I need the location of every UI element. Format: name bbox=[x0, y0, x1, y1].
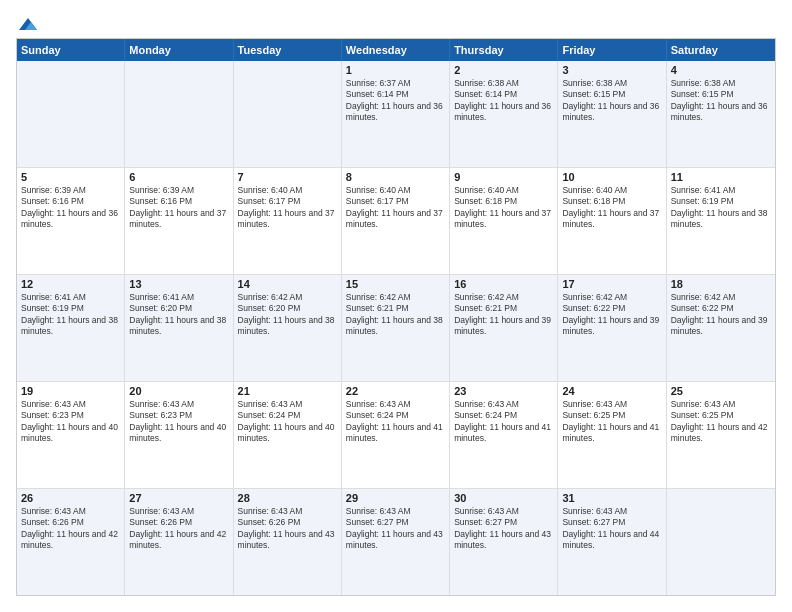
calendar-row-3: 19Sunrise: 6:43 AMSunset: 6:23 PMDayligh… bbox=[17, 382, 775, 489]
day-info: Sunrise: 6:43 AMSunset: 6:23 PMDaylight:… bbox=[21, 399, 120, 445]
cal-cell-4-6 bbox=[667, 489, 775, 595]
cal-cell-2-4: 16Sunrise: 6:42 AMSunset: 6:21 PMDayligh… bbox=[450, 275, 558, 381]
day-info: Sunrise: 6:42 AMSunset: 6:20 PMDaylight:… bbox=[238, 292, 337, 338]
day-info: Sunrise: 6:42 AMSunset: 6:21 PMDaylight:… bbox=[346, 292, 445, 338]
cal-cell-3-4: 23Sunrise: 6:43 AMSunset: 6:24 PMDayligh… bbox=[450, 382, 558, 488]
cal-cell-3-3: 22Sunrise: 6:43 AMSunset: 6:24 PMDayligh… bbox=[342, 382, 450, 488]
cal-cell-4-1: 27Sunrise: 6:43 AMSunset: 6:26 PMDayligh… bbox=[125, 489, 233, 595]
calendar-row-0: 1Sunrise: 6:37 AMSunset: 6:14 PMDaylight… bbox=[17, 61, 775, 168]
day-number: 25 bbox=[671, 385, 771, 397]
day-number: 1 bbox=[346, 64, 445, 76]
cal-cell-3-0: 19Sunrise: 6:43 AMSunset: 6:23 PMDayligh… bbox=[17, 382, 125, 488]
day-info: Sunrise: 6:42 AMSunset: 6:22 PMDaylight:… bbox=[562, 292, 661, 338]
cal-cell-2-5: 17Sunrise: 6:42 AMSunset: 6:22 PMDayligh… bbox=[558, 275, 666, 381]
day-info: Sunrise: 6:43 AMSunset: 6:25 PMDaylight:… bbox=[562, 399, 661, 445]
day-number: 4 bbox=[671, 64, 771, 76]
cal-cell-3-2: 21Sunrise: 6:43 AMSunset: 6:24 PMDayligh… bbox=[234, 382, 342, 488]
day-info: Sunrise: 6:41 AMSunset: 6:20 PMDaylight:… bbox=[129, 292, 228, 338]
day-number: 21 bbox=[238, 385, 337, 397]
cal-cell-0-6: 4Sunrise: 6:38 AMSunset: 6:15 PMDaylight… bbox=[667, 61, 775, 167]
day-info: Sunrise: 6:43 AMSunset: 6:23 PMDaylight:… bbox=[129, 399, 228, 445]
day-number: 7 bbox=[238, 171, 337, 183]
day-info: Sunrise: 6:39 AMSunset: 6:16 PMDaylight:… bbox=[129, 185, 228, 231]
cal-cell-2-6: 18Sunrise: 6:42 AMSunset: 6:22 PMDayligh… bbox=[667, 275, 775, 381]
weekday-header-wednesday: Wednesday bbox=[342, 39, 450, 61]
day-number: 6 bbox=[129, 171, 228, 183]
calendar-row-2: 12Sunrise: 6:41 AMSunset: 6:19 PMDayligh… bbox=[17, 275, 775, 382]
day-info: Sunrise: 6:43 AMSunset: 6:26 PMDaylight:… bbox=[238, 506, 337, 552]
day-number: 29 bbox=[346, 492, 445, 504]
day-info: Sunrise: 6:43 AMSunset: 6:25 PMDaylight:… bbox=[671, 399, 771, 445]
calendar-header: SundayMondayTuesdayWednesdayThursdayFrid… bbox=[17, 39, 775, 61]
cal-cell-4-5: 31Sunrise: 6:43 AMSunset: 6:27 PMDayligh… bbox=[558, 489, 666, 595]
cal-cell-1-6: 11Sunrise: 6:41 AMSunset: 6:19 PMDayligh… bbox=[667, 168, 775, 274]
day-number: 3 bbox=[562, 64, 661, 76]
day-number: 2 bbox=[454, 64, 553, 76]
day-number: 14 bbox=[238, 278, 337, 290]
header bbox=[16, 16, 776, 28]
day-info: Sunrise: 6:40 AMSunset: 6:17 PMDaylight:… bbox=[238, 185, 337, 231]
day-info: Sunrise: 6:43 AMSunset: 6:24 PMDaylight:… bbox=[238, 399, 337, 445]
day-info: Sunrise: 6:43 AMSunset: 6:26 PMDaylight:… bbox=[21, 506, 120, 552]
calendar-row-1: 5Sunrise: 6:39 AMSunset: 6:16 PMDaylight… bbox=[17, 168, 775, 275]
cal-cell-2-2: 14Sunrise: 6:42 AMSunset: 6:20 PMDayligh… bbox=[234, 275, 342, 381]
calendar-row-4: 26Sunrise: 6:43 AMSunset: 6:26 PMDayligh… bbox=[17, 489, 775, 595]
cal-cell-1-5: 10Sunrise: 6:40 AMSunset: 6:18 PMDayligh… bbox=[558, 168, 666, 274]
cal-cell-2-3: 15Sunrise: 6:42 AMSunset: 6:21 PMDayligh… bbox=[342, 275, 450, 381]
cal-cell-0-1 bbox=[125, 61, 233, 167]
weekday-header-tuesday: Tuesday bbox=[234, 39, 342, 61]
cal-cell-4-3: 29Sunrise: 6:43 AMSunset: 6:27 PMDayligh… bbox=[342, 489, 450, 595]
day-number: 13 bbox=[129, 278, 228, 290]
day-info: Sunrise: 6:43 AMSunset: 6:24 PMDaylight:… bbox=[454, 399, 553, 445]
weekday-header-monday: Monday bbox=[125, 39, 233, 61]
cal-cell-4-0: 26Sunrise: 6:43 AMSunset: 6:26 PMDayligh… bbox=[17, 489, 125, 595]
day-info: Sunrise: 6:41 AMSunset: 6:19 PMDaylight:… bbox=[671, 185, 771, 231]
weekday-header-thursday: Thursday bbox=[450, 39, 558, 61]
day-number: 10 bbox=[562, 171, 661, 183]
day-number: 30 bbox=[454, 492, 553, 504]
cal-cell-4-4: 30Sunrise: 6:43 AMSunset: 6:27 PMDayligh… bbox=[450, 489, 558, 595]
calendar: SundayMondayTuesdayWednesdayThursdayFrid… bbox=[16, 38, 776, 596]
cal-cell-3-5: 24Sunrise: 6:43 AMSunset: 6:25 PMDayligh… bbox=[558, 382, 666, 488]
cal-cell-1-1: 6Sunrise: 6:39 AMSunset: 6:16 PMDaylight… bbox=[125, 168, 233, 274]
day-number: 12 bbox=[21, 278, 120, 290]
cal-cell-0-4: 2Sunrise: 6:38 AMSunset: 6:14 PMDaylight… bbox=[450, 61, 558, 167]
cal-cell-0-3: 1Sunrise: 6:37 AMSunset: 6:14 PMDaylight… bbox=[342, 61, 450, 167]
day-info: Sunrise: 6:40 AMSunset: 6:17 PMDaylight:… bbox=[346, 185, 445, 231]
day-number: 11 bbox=[671, 171, 771, 183]
day-number: 22 bbox=[346, 385, 445, 397]
cal-cell-3-1: 20Sunrise: 6:43 AMSunset: 6:23 PMDayligh… bbox=[125, 382, 233, 488]
day-number: 9 bbox=[454, 171, 553, 183]
cal-cell-4-2: 28Sunrise: 6:43 AMSunset: 6:26 PMDayligh… bbox=[234, 489, 342, 595]
day-info: Sunrise: 6:39 AMSunset: 6:16 PMDaylight:… bbox=[21, 185, 120, 231]
day-info: Sunrise: 6:43 AMSunset: 6:27 PMDaylight:… bbox=[454, 506, 553, 552]
page: SundayMondayTuesdayWednesdayThursdayFrid… bbox=[0, 0, 792, 612]
cal-cell-3-6: 25Sunrise: 6:43 AMSunset: 6:25 PMDayligh… bbox=[667, 382, 775, 488]
weekday-header-sunday: Sunday bbox=[17, 39, 125, 61]
day-number: 23 bbox=[454, 385, 553, 397]
day-number: 18 bbox=[671, 278, 771, 290]
cal-cell-0-2 bbox=[234, 61, 342, 167]
cal-cell-0-0 bbox=[17, 61, 125, 167]
cal-cell-0-5: 3Sunrise: 6:38 AMSunset: 6:15 PMDaylight… bbox=[558, 61, 666, 167]
day-info: Sunrise: 6:40 AMSunset: 6:18 PMDaylight:… bbox=[454, 185, 553, 231]
calendar-body: 1Sunrise: 6:37 AMSunset: 6:14 PMDaylight… bbox=[17, 61, 775, 595]
logo bbox=[16, 16, 39, 28]
day-number: 28 bbox=[238, 492, 337, 504]
day-info: Sunrise: 6:43 AMSunset: 6:27 PMDaylight:… bbox=[346, 506, 445, 552]
day-info: Sunrise: 6:40 AMSunset: 6:18 PMDaylight:… bbox=[562, 185, 661, 231]
day-number: 17 bbox=[562, 278, 661, 290]
day-number: 15 bbox=[346, 278, 445, 290]
day-info: Sunrise: 6:42 AMSunset: 6:22 PMDaylight:… bbox=[671, 292, 771, 338]
day-number: 20 bbox=[129, 385, 228, 397]
day-info: Sunrise: 6:38 AMSunset: 6:14 PMDaylight:… bbox=[454, 78, 553, 124]
day-number: 31 bbox=[562, 492, 661, 504]
cal-cell-2-0: 12Sunrise: 6:41 AMSunset: 6:19 PMDayligh… bbox=[17, 275, 125, 381]
cal-cell-1-2: 7Sunrise: 6:40 AMSunset: 6:17 PMDaylight… bbox=[234, 168, 342, 274]
day-number: 19 bbox=[21, 385, 120, 397]
day-info: Sunrise: 6:43 AMSunset: 6:26 PMDaylight:… bbox=[129, 506, 228, 552]
day-number: 8 bbox=[346, 171, 445, 183]
cal-cell-1-3: 8Sunrise: 6:40 AMSunset: 6:17 PMDaylight… bbox=[342, 168, 450, 274]
weekday-header-saturday: Saturday bbox=[667, 39, 775, 61]
day-number: 27 bbox=[129, 492, 228, 504]
